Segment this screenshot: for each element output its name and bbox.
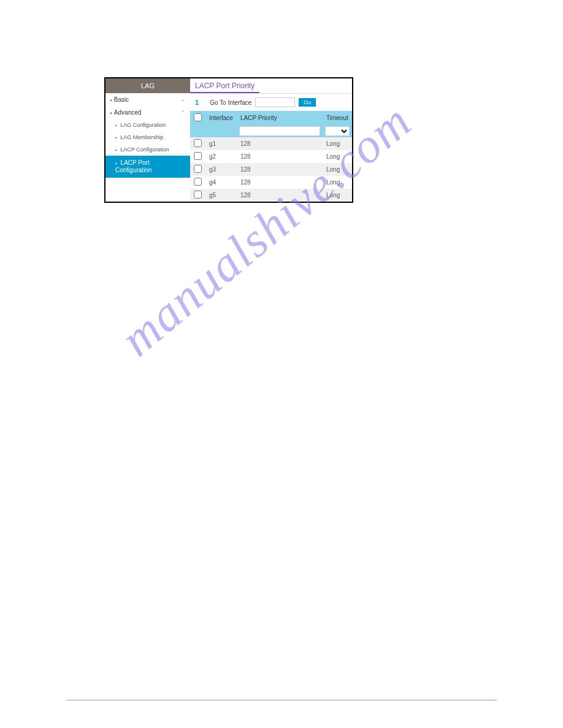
interface-cell: g2 bbox=[205, 150, 237, 163]
go-button[interactable]: Go bbox=[299, 98, 316, 107]
priority-cell: 128 bbox=[237, 163, 323, 176]
footer-divider bbox=[66, 700, 497, 700]
row-checkbox[interactable] bbox=[194, 165, 202, 173]
row-checkbox[interactable] bbox=[194, 178, 202, 186]
interface-cell: g5 bbox=[205, 189, 237, 202]
sidebar-item-basic[interactable]: ▪Basic ⌄ bbox=[105, 93, 190, 106]
sidebar-label-lacp-config: LACP Configuration bbox=[120, 146, 169, 153]
bullet-icon: • bbox=[115, 123, 117, 128]
table-row: g5 128 Long bbox=[190, 189, 352, 202]
row-checkbox[interactable] bbox=[194, 152, 202, 160]
timeout-filter-select[interactable] bbox=[325, 126, 350, 136]
select-all-header bbox=[190, 111, 205, 125]
sidebar-item-lacp-port-configuration[interactable]: • LACP Port Configuration bbox=[105, 156, 190, 178]
timeout-cell: Long bbox=[323, 163, 352, 176]
goto-label: Go To Interface bbox=[210, 99, 251, 106]
sidebar-item-lag-configuration[interactable]: • LAG Configuration bbox=[105, 119, 190, 131]
sidebar-item-advanced[interactable]: ▪Advanced ⌃ bbox=[105, 106, 190, 119]
priority-filter-input[interactable] bbox=[239, 126, 320, 136]
bullet-icon: • bbox=[115, 161, 117, 166]
sidebar-label-lag-membership: LAG Membership bbox=[120, 134, 163, 140]
sidebar-label-lacp-port-config: LACP Port Configuration bbox=[115, 159, 151, 173]
priority-header: LACP Priority bbox=[237, 111, 323, 125]
lacp-priority-table: Interface LACP Priority Timeout g1 128 L… bbox=[190, 111, 352, 202]
priority-cell: 128 bbox=[237, 137, 323, 150]
sidebar-item-lacp-configuration[interactable]: • LACP Configuration bbox=[105, 143, 190, 156]
timeout-cell: Long bbox=[323, 189, 352, 202]
bullet-icon: ▪ bbox=[110, 97, 112, 103]
main-title-wrap: LACP Port Priority bbox=[190, 78, 352, 94]
priority-cell: 128 bbox=[237, 189, 323, 202]
goto-interface-input[interactable] bbox=[255, 97, 295, 107]
main-content: LACP Port Priority 1 Go To Interface Go … bbox=[190, 78, 352, 202]
table-row: g1 128 Long bbox=[190, 137, 352, 150]
sidebar-item-lag-membership[interactable]: • LAG Membership bbox=[105, 131, 190, 143]
priority-cell: 128 bbox=[237, 176, 323, 189]
table-row: g2 128 Long bbox=[190, 150, 352, 163]
timeout-cell: Long bbox=[323, 150, 352, 163]
interface-cell: g1 bbox=[205, 137, 237, 150]
bullet-icon: • bbox=[115, 147, 117, 153]
chevron-down-icon: ⌄ bbox=[181, 97, 185, 102]
goto-bar: 1 Go To Interface Go bbox=[190, 94, 352, 111]
timeout-header: Timeout bbox=[323, 111, 352, 125]
sidebar: LAG ▪Basic ⌄ ▪Advanced ⌃ • LAG Configura… bbox=[105, 78, 190, 202]
sidebar-header: LAG bbox=[105, 78, 190, 93]
timeout-cell: Long bbox=[323, 137, 352, 150]
app-panel: LAG ▪Basic ⌄ ▪Advanced ⌃ • LAG Configura… bbox=[104, 77, 353, 203]
sidebar-label-lag-config: LAG Configuration bbox=[120, 122, 166, 128]
row-checkbox[interactable] bbox=[194, 139, 202, 147]
goto-number: 1 bbox=[195, 99, 199, 106]
table-row: g3 128 Long bbox=[190, 163, 352, 176]
bullet-icon: ▪ bbox=[110, 110, 112, 116]
sidebar-label-basic: Basic bbox=[114, 96, 129, 103]
priority-cell: 128 bbox=[237, 150, 323, 163]
row-checkbox[interactable] bbox=[194, 191, 202, 199]
interface-cell: g3 bbox=[205, 163, 237, 176]
interface-cell: g4 bbox=[205, 176, 237, 189]
table-row: g4 128 Long bbox=[190, 176, 352, 189]
select-all-checkbox[interactable] bbox=[194, 113, 202, 121]
chevron-up-icon: ⌃ bbox=[181, 110, 185, 115]
timeout-cell: Long bbox=[323, 176, 352, 189]
interface-header: Interface bbox=[205, 111, 237, 125]
table-body: g1 128 Long g2 128 Long g3 128 Long bbox=[190, 137, 352, 202]
page-title: LACP Port Priority bbox=[190, 78, 259, 93]
bullet-icon: • bbox=[115, 135, 117, 140]
sidebar-label-advanced: Advanced bbox=[114, 109, 141, 116]
